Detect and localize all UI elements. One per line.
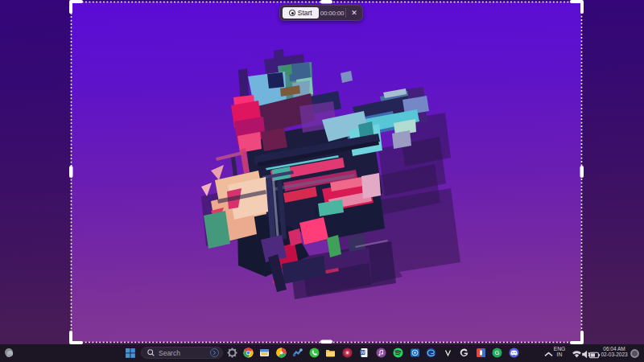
svg-text:W: W [361,350,365,355]
svg-text:G: G [495,349,500,356]
